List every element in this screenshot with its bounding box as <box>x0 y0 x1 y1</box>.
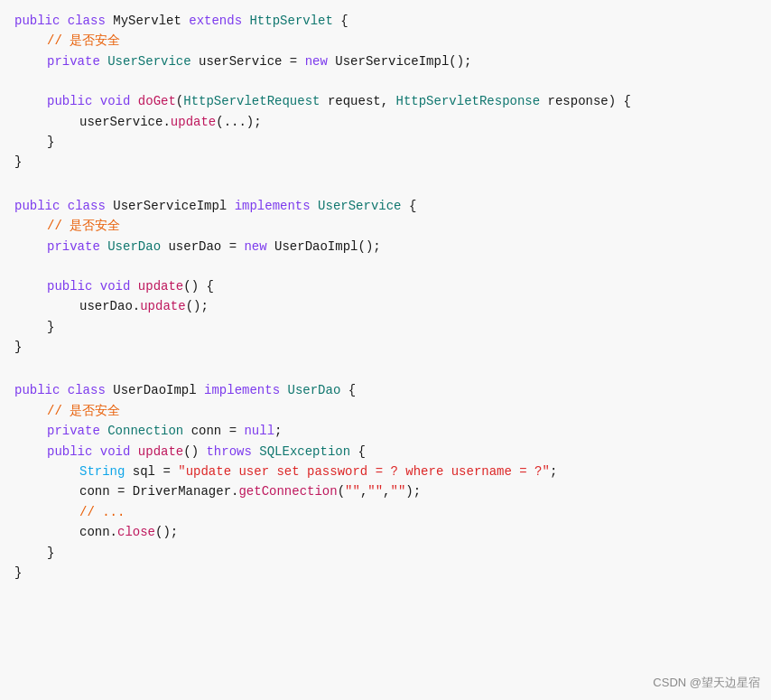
line-servlet-field: private UserService userService = new Us… <box>14 51 757 71</box>
call-userservice-update: userService. <box>79 112 171 132</box>
field-userservice: userService = <box>199 51 305 71</box>
line-servlet-class-decl: public class MyServlet extends HttpServl… <box>14 11 757 31</box>
kw-public3: public <box>14 196 68 216</box>
punc-semi1: ; <box>254 112 261 132</box>
line-empty2 <box>14 257 757 276</box>
userdaoimpl-class-block: public class UserDaoImpl implements User… <box>0 377 771 586</box>
line-dao-comment: // 是否安全 <box>14 401 757 421</box>
kw-null: null <box>244 421 274 441</box>
cn-userdaoimpl: UserDaoImpl <box>274 237 358 257</box>
punc-semi3: ; <box>274 421 282 441</box>
conn-comma2: , <box>383 481 390 501</box>
line-update-decl: public void update () { <box>14 276 757 296</box>
str-sql-value: "update user set password = ? where user… <box>178 462 550 481</box>
punc-close3: } <box>47 543 54 563</box>
line-userdaoimpl-decl: public class UserDaoImpl implements User… <box>14 380 757 400</box>
kw-private: private <box>47 51 107 71</box>
kw-void3: void <box>100 442 138 462</box>
punc-open3: { <box>348 380 356 400</box>
punc-semi4: ; <box>550 462 557 481</box>
punc-open2: { <box>409 196 416 216</box>
field-conn: conn = <box>191 421 245 441</box>
kw-class: class <box>68 11 113 31</box>
line-impl-field: private UserDao userDao = new UserDaoImp… <box>14 237 757 257</box>
punc-parens: (); <box>449 51 471 71</box>
gap1 <box>0 176 771 192</box>
punc-semi2: ; <box>200 296 208 316</box>
watermark: CSDN @望天边星宿 <box>653 674 760 693</box>
kw-void2: void <box>100 276 138 296</box>
field-userdao: userDao = <box>168 237 244 257</box>
method-close: close <box>117 522 155 542</box>
kw-public: public <box>14 11 68 31</box>
type-userservice: UserService <box>107 51 199 71</box>
userserviceimpl-class-block: public class UserServiceImpl implements … <box>0 192 771 361</box>
punc-update2-args: () <box>186 296 201 316</box>
line-userservice-update: userService. update (...) ; <box>14 112 757 132</box>
kw-class3: class <box>68 380 113 400</box>
cn-userdaoimpl: UserDaoImpl <box>113 380 204 400</box>
method-doget: doGet <box>138 91 176 111</box>
conn-close-paren: ); <box>405 481 421 501</box>
method-update1: update <box>171 112 216 132</box>
cn-myservlet: MyServlet <box>113 11 189 31</box>
punc-open4: { <box>358 442 366 462</box>
servlet-class-block: public class MyServlet extends HttpServl… <box>0 7 771 176</box>
punc-close1: } <box>47 132 54 152</box>
conn-assign: conn = <box>79 481 133 501</box>
kw-throws: throws <box>206 442 259 462</box>
punc-lparen: ( <box>176 91 183 111</box>
line-close3: } <box>14 543 757 563</box>
line-comment-dots: // ... <box>14 502 757 522</box>
kw-string: String <box>79 462 133 481</box>
cn-drivermanager: DriverManager <box>133 481 231 501</box>
kw-new: new <box>305 51 336 71</box>
cn-userserviceimpl: UserServiceImpl <box>113 196 234 216</box>
kw-implements1: implements <box>235 196 318 216</box>
line-conn-close: conn. close () ; <box>14 522 757 542</box>
comment-safe2: // 是否安全 <box>47 216 120 236</box>
punc-classclose1: } <box>14 152 22 172</box>
cn-userservice-iface: UserService <box>318 196 409 216</box>
punc-open: { <box>340 11 348 31</box>
comment-safe3: // 是否安全 <box>47 401 120 421</box>
comment-dots: // ... <box>79 502 125 522</box>
update-sig: () { <box>183 276 214 296</box>
conn-comma1: , <box>360 481 367 501</box>
kw-private3: private <box>47 421 107 441</box>
update-sig2: () <box>183 442 206 462</box>
method-update4: update <box>138 442 183 462</box>
method-update3: update <box>140 296 185 316</box>
code-container: public class MyServlet extends HttpServl… <box>0 0 771 700</box>
kw-extends: extends <box>189 11 249 31</box>
str-conn-arg3: "" <box>391 481 406 501</box>
kw-public2: public <box>47 91 100 111</box>
cn-sqlexception: SQLException <box>259 442 358 462</box>
punc-classclose2: } <box>14 337 22 357</box>
cn-userdao-iface: UserDao <box>287 380 348 400</box>
line-dao-update-decl: public void update () throws SQLExceptio… <box>14 442 757 462</box>
type-userdao: UserDao <box>107 237 168 257</box>
cn-userserviceimpl: UserServiceImpl <box>335 51 449 71</box>
call-conn-close: conn. <box>79 522 117 542</box>
kw-void1: void <box>100 91 138 111</box>
kw-new2: new <box>244 237 274 257</box>
line-class-close3: } <box>14 563 757 583</box>
kw-private2: private <box>47 237 107 257</box>
kw-public5: public <box>14 380 68 400</box>
gap2 <box>0 360 771 377</box>
line-servlet-comment: // 是否安全 <box>14 31 757 51</box>
line-conn-assign: conn = DriverManager.getConnection("",""… <box>14 481 757 501</box>
line-class-close2: } <box>14 337 757 357</box>
kw-implements2: implements <box>204 380 287 400</box>
punc-close2: } <box>47 317 54 337</box>
line-userdao-update: userDao. update () ; <box>14 296 757 316</box>
type-connection: Connection <box>107 421 190 441</box>
type-httprequest: HttpServletRequest <box>183 91 328 111</box>
punc-parens2: (); <box>358 237 380 257</box>
line-class-close1: } <box>14 152 757 172</box>
param-request: request, <box>328 91 396 111</box>
line-dao-conn-field: private Connection conn = null ; <box>14 421 757 441</box>
line-impl-comment: // 是否安全 <box>14 216 757 236</box>
type-httpresponse: HttpServletResponse <box>396 91 548 111</box>
